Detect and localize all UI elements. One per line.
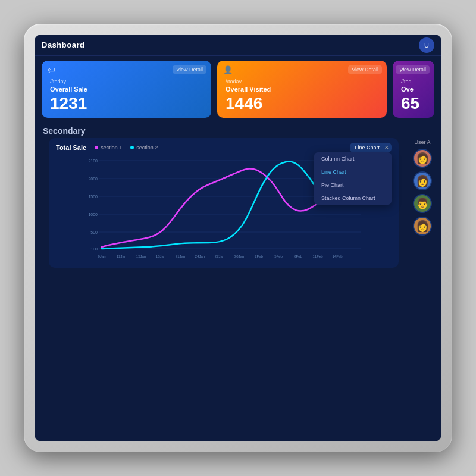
dropdown-menu: Column Chart Line Chart Pie Chart Stacke…	[314, 152, 392, 205]
secondary-label: Secondary	[35, 123, 441, 138]
svg-text:24Jan: 24Jan	[195, 255, 205, 258]
card-sale: 🏷 View Detail //today Overall Sale 1231	[42, 61, 211, 118]
top-bar: Dashboard U	[35, 35, 441, 56]
tablet-frame: Dashboard U 🏷 View Detail //today Overal…	[24, 24, 452, 452]
user-column-label: User A	[414, 139, 430, 145]
dropdown-item-stacked[interactable]: Stacked Column Chart	[314, 192, 392, 205]
svg-text:500: 500	[90, 230, 98, 234]
dropdown-item-column[interactable]: Column Chart	[314, 152, 392, 165]
legend-section1: section 1	[95, 145, 122, 151]
dropdown-trigger[interactable]: Line Chart ✕	[350, 143, 392, 152]
svg-text:2000: 2000	[88, 177, 98, 181]
avatar-1[interactable]: 👩	[413, 149, 432, 168]
card-visited-icon: 👤	[223, 65, 233, 74]
svg-text:1500: 1500	[88, 195, 98, 199]
svg-text:12Jan: 12Jan	[117, 255, 126, 258]
avatar-2[interactable]: 👩	[413, 171, 432, 190]
svg-text:30Jan: 30Jan	[234, 255, 244, 258]
user-column: User A 👩 👩 👨 👩	[411, 138, 434, 268]
svg-text:18Jan: 18Jan	[156, 255, 165, 258]
cards-area: 🏷 View Detail //today Overall Sale 1231 …	[35, 56, 441, 123]
close-icon[interactable]: ✕	[384, 145, 389, 151]
top-bar-right: U	[419, 37, 434, 53]
screen: Dashboard U 🏷 View Detail //today Overal…	[35, 35, 441, 441]
app-title: Dashboard	[42, 40, 84, 49]
legend-dot-s2	[130, 146, 134, 149]
legend-section2: section 2	[130, 145, 158, 151]
chart-title: Total Sale	[56, 144, 86, 151]
card-visited-title: Overall Visited	[226, 86, 378, 93]
user-icon[interactable]: U	[419, 37, 434, 53]
card-visited-value: 1446	[226, 95, 378, 112]
avatar-3[interactable]: 👨	[413, 194, 432, 213]
chart-type-dropdown[interactable]: Line Chart ✕ Column Chart Line Chart Pie…	[350, 143, 392, 152]
svg-text:2Feb: 2Feb	[255, 255, 263, 258]
svg-text:11Feb: 11Feb	[312, 255, 323, 258]
card-sale-icon: 🏷	[48, 65, 55, 74]
card-sale-view-detail[interactable]: View Detail	[173, 65, 206, 74]
card-visited-view-detail[interactable]: View Detail	[348, 65, 382, 74]
svg-text:21Jan: 21Jan	[176, 255, 185, 258]
card-overview-label: //tod	[401, 79, 426, 84]
avatar-4[interactable]: 👩	[413, 217, 432, 236]
card-overview-value: 65	[401, 95, 426, 112]
svg-text:100: 100	[90, 247, 98, 251]
card-sale-value: 1231	[50, 95, 203, 112]
chart-header: Total Sale section 1 section 2 Line Char…	[49, 138, 399, 155]
legend-dot-s1	[95, 146, 98, 149]
card-overview-view-detail[interactable]: View Detail	[396, 65, 430, 74]
svg-text:14Feb: 14Feb	[332, 255, 343, 258]
card-overview-title: Ove	[401, 86, 426, 93]
card-overview: ↗ View Detail //tod Ove 65	[393, 61, 434, 118]
dropdown-item-pie[interactable]: Pie Chart	[314, 178, 392, 192]
svg-text:27Jan: 27Jan	[215, 255, 224, 258]
card-visited: 👤 View Detail //today Overall Visited 14…	[217, 61, 387, 118]
card-sale-title: Overall Sale	[50, 86, 203, 93]
dropdown-item-line[interactable]: Line Chart	[314, 165, 392, 178]
card-sale-label: //today	[50, 79, 203, 84]
svg-text:9Jan: 9Jan	[98, 255, 105, 258]
svg-text:5Feb: 5Feb	[274, 255, 283, 258]
svg-text:1000: 1000	[88, 212, 98, 217]
chart-container: Total Sale section 1 section 2 Line Char…	[49, 138, 399, 268]
svg-text:15Jan: 15Jan	[136, 255, 146, 258]
svg-text:2100: 2100	[88, 159, 98, 163]
svg-text:8Feb: 8Feb	[294, 255, 302, 258]
card-visited-label: //today	[226, 79, 378, 84]
